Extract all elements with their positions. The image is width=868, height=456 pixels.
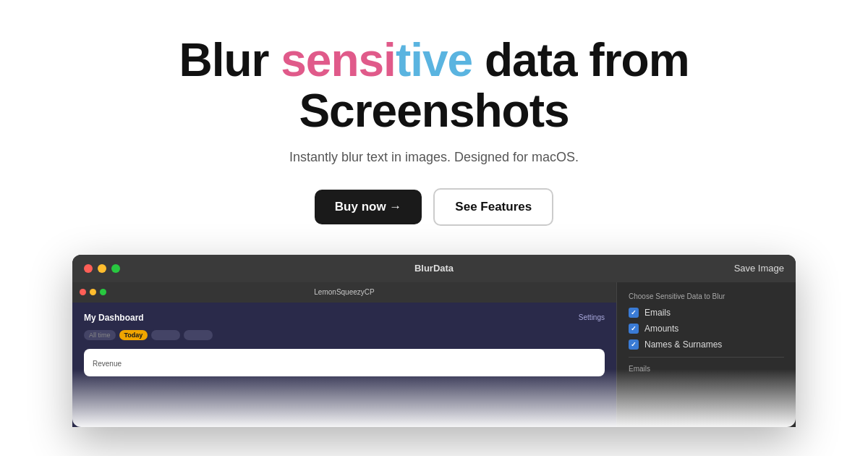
see-features-button[interactable]: See Features [433, 188, 553, 226]
revenue-label: Revenue [93, 360, 122, 368]
close-button[interactable] [84, 264, 93, 273]
app-window-title: BlurData [414, 263, 454, 274]
inner-maximize [100, 289, 106, 295]
hero-section: Blur sensitive data from Screenshots Ins… [0, 0, 868, 226]
hero-buttons: Buy now → See Features [315, 188, 553, 226]
sidebar-section-title: Choose Sensitive Data to Blur [629, 292, 784, 300]
title-after: data from [472, 34, 689, 86]
minimize-button[interactable] [98, 264, 106, 273]
hero-title: Blur sensitive data from Screenshots [179, 35, 689, 137]
amounts-label: Amounts [644, 324, 678, 334]
maximize-button[interactable] [111, 264, 120, 273]
inner-window-title: LemonSqueezyCP [314, 288, 374, 296]
title-line2: Screenshots [299, 85, 569, 137]
app-sidebar: Choose Sensitive Data to Blur Emails Amo… [616, 282, 796, 427]
app-window: BlurData Save Image LemonSqueezyCP [72, 255, 796, 427]
filter-option4[interactable] [184, 330, 213, 340]
filter-today[interactable]: Today [119, 330, 148, 340]
sidebar-emails-section: Emails [629, 365, 784, 373]
save-image-button[interactable]: Save Image [734, 263, 784, 274]
inner-minimize [90, 289, 96, 295]
dashboard-title: My Dashboard [84, 313, 144, 323]
app-body: LemonSqueezyCP My Dashboard Settings All… [72, 282, 796, 427]
dashboard-content: My Dashboard Settings All time Today Rev… [72, 303, 616, 387]
revenue-card: Revenue [84, 349, 605, 376]
emails-checkbox[interactable] [629, 308, 639, 318]
dashboard-header: My Dashboard Settings [84, 313, 605, 323]
emails-label: Emails [644, 308, 671, 318]
sidebar-item-emails[interactable]: Emails [629, 308, 784, 318]
amounts-checkbox[interactable] [629, 324, 639, 334]
time-filters: All time Today [84, 330, 605, 340]
inner-titlebar: LemonSqueezyCP [72, 282, 616, 303]
inner-traffic-lights [80, 289, 106, 295]
buy-now-button[interactable]: Buy now → [315, 190, 422, 224]
sensitive-pink: sensi [281, 34, 396, 86]
sidebar-item-names[interactable]: Names & Surnames [629, 339, 784, 350]
names-checkbox[interactable] [629, 339, 639, 350]
names-label: Names & Surnames [644, 339, 722, 350]
inner-screenshot: LemonSqueezyCP My Dashboard Settings All… [72, 282, 616, 427]
title-before: Blur [179, 34, 281, 86]
sidebar-item-amounts[interactable]: Amounts [629, 324, 784, 334]
inner-window: LemonSqueezyCP My Dashboard Settings All… [72, 282, 616, 427]
app-window-container: BlurData Save Image LemonSqueezyCP [72, 255, 796, 427]
app-titlebar: BlurData Save Image [72, 255, 796, 282]
filter-option3[interactable] [151, 330, 180, 340]
traffic-lights [84, 264, 120, 273]
inner-close [80, 289, 86, 295]
filter-alltime[interactable]: All time [84, 330, 116, 340]
settings-link[interactable]: Settings [579, 313, 605, 321]
sensitive-blue: tive [396, 34, 472, 86]
hero-subtitle: Instantly blur text in images. Designed … [289, 150, 579, 165]
sidebar-divider [629, 357, 784, 358]
